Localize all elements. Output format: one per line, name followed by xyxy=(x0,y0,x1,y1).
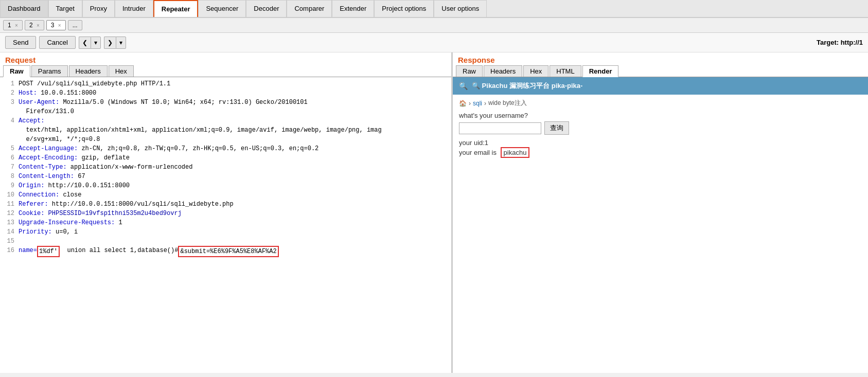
response-sub-tabs: Raw Headers Hex HTML Render xyxy=(453,65,868,77)
close-tab-3-icon[interactable]: × xyxy=(58,23,61,28)
req-line-9: 9 Origin: http://10.0.0.151:8000 xyxy=(4,181,447,190)
breadcrumb: 🏠 › sqli › wide byte注入 xyxy=(459,99,862,107)
tab-dashboard[interactable]: Dashboard xyxy=(0,0,48,17)
request-sub-tabs: Raw Params Headers Hex xyxy=(0,65,451,77)
browser-page-title: 🔍 Pikachu 漏洞练习平台 pika-pika- xyxy=(472,81,582,91)
req-line-13: 13 Upgrade-Insecure-Requests: 1 xyxy=(4,218,447,227)
result-uid: your uid:1 xyxy=(459,139,862,147)
req-tab-2[interactable]: 2 × xyxy=(25,20,44,30)
sqli-submit-box: &submit=%E6%9F%A5%E8%AF%A2 xyxy=(178,246,278,257)
req-line-1: 1 POST /vul/sqli/sqli_widebyte.php HTTP/… xyxy=(4,79,447,88)
breadcrumb-sep2: › xyxy=(484,100,486,107)
req-line-7: 7 Content-Type: application/x-www-form-u… xyxy=(4,163,447,172)
request-panel: Request Raw Params Headers Hex 1 POST /v… xyxy=(0,52,453,373)
top-nav: Dashboard Target Proxy Intruder Repeater… xyxy=(0,0,868,18)
toolbar: Send Cancel ❮ ▾ ❯ ▾ Target: http://1 xyxy=(0,33,868,52)
tab-project-options[interactable]: Project options xyxy=(374,0,434,17)
repeater-tab-row: 1 × 2 × 3 × ... xyxy=(0,18,868,33)
search-icon: 🔍 xyxy=(459,82,468,90)
tab-comparer[interactable]: Comparer xyxy=(287,0,332,17)
response-tab-render[interactable]: Render xyxy=(582,65,619,77)
req-line-8: 8 Content-Length: 67 xyxy=(4,172,447,181)
cancel-button[interactable]: Cancel xyxy=(39,36,75,49)
close-tab-2-icon[interactable]: × xyxy=(37,23,40,28)
req-line-12: 12 Cookie: PHPSESSID=19vfsp1thni535m2u4b… xyxy=(4,209,447,218)
home-icon: 🏠 xyxy=(459,100,467,107)
req-line-2: 2 Host: 10.0.0.151:8000 xyxy=(4,88,447,98)
result-email-prefix: your email is xyxy=(459,149,497,156)
response-body: 🔍 🔍 Pikachu 漏洞练习平台 pika-pika- 🏠 › sqli ›… xyxy=(453,77,868,373)
query-button[interactable]: 查询 xyxy=(544,121,569,135)
req-line-5: 5 Accept-Language: zh-CN, zh;q=0.8, zh-T… xyxy=(4,144,447,153)
request-section-title: Request xyxy=(0,52,451,65)
request-body[interactable]: 1 POST /vul/sqli/sqli_widebyte.php HTTP/… xyxy=(0,77,451,373)
req-line-3b: Firefox/131.0 xyxy=(4,107,447,116)
result-email-value: pikachu xyxy=(501,147,530,158)
req-line-4: 4 Accept: xyxy=(4,116,447,125)
target-label: Target: http://1 xyxy=(817,39,863,46)
request-tab-headers[interactable]: Headers xyxy=(69,65,108,77)
req-line-15: 15 xyxy=(4,237,447,246)
request-tab-raw[interactable]: Raw xyxy=(3,65,30,77)
response-tab-raw[interactable]: Raw xyxy=(456,65,483,77)
req-line-3: 3 User-Agent: Mozilla/5.0 (Windows NT 10… xyxy=(4,98,447,107)
close-tab-1-icon[interactable]: × xyxy=(15,23,18,28)
back-dropdown-button[interactable]: ▾ xyxy=(91,37,101,49)
tab-target[interactable]: Target xyxy=(48,0,82,17)
tab-repeater[interactable]: Repeater xyxy=(153,0,199,17)
req-line-11: 11 Referer: http://10.0.0.151:8000/vul/s… xyxy=(4,200,447,209)
send-button[interactable]: Send xyxy=(5,36,36,49)
input-row: 查询 xyxy=(459,121,862,135)
browser-content: 🏠 › sqli › wide byte注入 what's your usern… xyxy=(453,95,868,160)
tab-intruder[interactable]: Intruder xyxy=(115,0,153,17)
main-area: Request Raw Params Headers Hex 1 POST /v… xyxy=(0,52,868,373)
back-button[interactable]: ❮ xyxy=(79,37,91,49)
response-tab-headers[interactable]: Headers xyxy=(484,65,522,77)
tab-user-options[interactable]: User options xyxy=(434,0,487,17)
response-section-title: Response xyxy=(453,52,868,65)
req-line-10: 10 Connection: close xyxy=(4,190,447,200)
tab-proxy[interactable]: Proxy xyxy=(82,0,115,17)
breadcrumb-page: wide byte注入 xyxy=(488,99,527,107)
breadcrumb-sep1: › xyxy=(469,100,471,107)
req-tab-3[interactable]: 3 × xyxy=(46,20,66,30)
request-tab-params[interactable]: Params xyxy=(31,65,68,77)
req-tab-dots[interactable]: ... xyxy=(68,20,82,30)
req-line-14: 14 Priority: u=0, i xyxy=(4,227,447,237)
breadcrumb-sqli[interactable]: sqli xyxy=(473,100,482,107)
req-line-4c: e/svg+xml, */*;q=0.8 xyxy=(4,135,447,144)
result-email: your email is pikachu xyxy=(459,149,862,156)
forward-button[interactable]: ❯ xyxy=(104,37,116,49)
response-tab-hex[interactable]: Hex xyxy=(523,65,548,77)
response-panel: Response Raw Headers Hex HTML Render 🔍 🔍… xyxy=(453,52,868,373)
browser-title-bar: 🔍 🔍 Pikachu 漏洞练习平台 pika-pika- xyxy=(453,77,868,95)
req-tab-1[interactable]: 1 × xyxy=(3,20,23,30)
username-label: what's your username? xyxy=(459,112,862,119)
tab-extender[interactable]: Extender xyxy=(332,0,374,17)
tab-decoder[interactable]: Decoder xyxy=(246,0,287,17)
req-line-4b: text/html, application/xhtml+xml, applic… xyxy=(4,125,447,135)
username-input[interactable] xyxy=(459,122,541,134)
req-line-16: 16 name=1%df' union all select 1,databas… xyxy=(4,246,447,257)
tab-sequencer[interactable]: Sequencer xyxy=(198,0,246,17)
response-tab-html[interactable]: HTML xyxy=(550,65,581,77)
request-tab-hex[interactable]: Hex xyxy=(109,65,134,77)
req-line-6: 6 Accept-Encoding: gzip, deflate xyxy=(4,153,447,163)
forward-dropdown-button[interactable]: ▾ xyxy=(116,37,126,49)
